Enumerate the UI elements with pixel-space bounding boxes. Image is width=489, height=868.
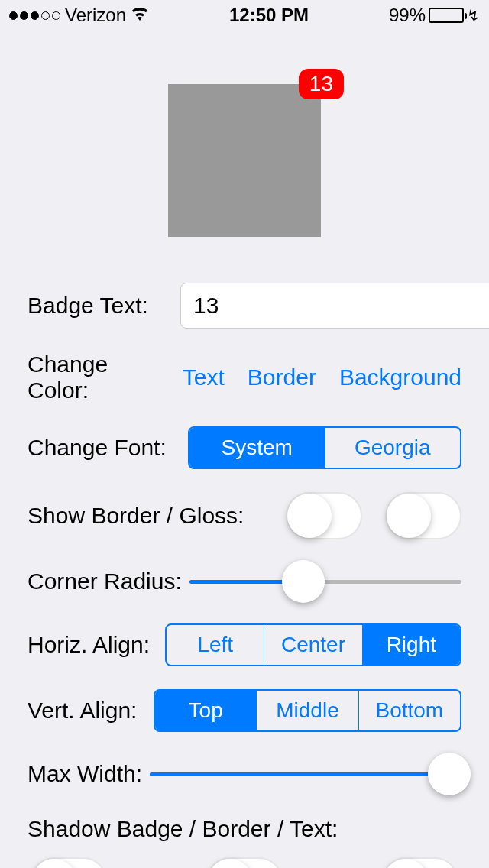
show-border-label: Show Border / Gloss:: [28, 503, 244, 529]
change-color-label: Change Color:: [28, 351, 172, 403]
badge-preview-box: 13: [168, 84, 321, 237]
change-font-row: Change Font: System Georgia: [28, 426, 461, 469]
status-right: 99% ↯: [389, 5, 480, 26]
shadow-label: Shadow Badge / Border / Text:: [28, 816, 338, 842]
show-border-row: Show Border / Gloss:: [28, 492, 461, 539]
badge: 13: [299, 69, 344, 99]
show-gloss-toggle[interactable]: [385, 492, 461, 539]
badge-text-row: Badge Text:: [28, 283, 461, 329]
wifi-icon: [131, 5, 149, 25]
vert-middle-option[interactable]: Middle: [257, 691, 358, 730]
color-links: Text Border Background: [183, 364, 461, 390]
color-border-link[interactable]: Border: [248, 364, 316, 390]
color-background-link[interactable]: Background: [339, 364, 461, 390]
horiz-align-segmented-control: Left Center Right: [165, 623, 461, 666]
vert-align-segmented-control: Top Middle Bottom: [154, 689, 461, 732]
badge-text-label: Badge Text:: [28, 293, 180, 319]
corner-radius-slider[interactable]: [189, 562, 461, 601]
status-left: Verizon: [9, 5, 149, 26]
change-font-label: Change Font:: [28, 435, 180, 461]
charging-icon: ↯: [467, 6, 480, 24]
form: Badge Text: Change Color: Text Border Ba…: [0, 283, 489, 868]
status-time: 12:50 PM: [229, 5, 309, 26]
color-text-link[interactable]: Text: [183, 364, 225, 390]
carrier-label: Verizon: [65, 5, 126, 26]
font-georgia-option[interactable]: Georgia: [325, 428, 461, 468]
show-border-toggle[interactable]: [286, 492, 362, 539]
vert-bottom-option[interactable]: Bottom: [359, 691, 460, 730]
corner-radius-row: Corner Radius:: [28, 562, 461, 601]
horiz-center-option[interactable]: Center: [264, 625, 362, 665]
badge-text-input[interactable]: [180, 283, 489, 329]
vert-top-option[interactable]: Top: [155, 691, 257, 730]
font-system-option[interactable]: System: [189, 428, 325, 468]
shadow-badge-toggle[interactable]: [31, 857, 107, 868]
font-segmented-control: System Georgia: [188, 426, 461, 469]
badge-preview-area: 13: [0, 31, 489, 283]
horiz-right-option[interactable]: Right: [363, 625, 460, 665]
battery-icon: [429, 8, 464, 23]
vert-align-row: Vert. Align: Top Middle Bottom: [28, 689, 461, 732]
max-width-label: Max Width:: [28, 761, 142, 787]
horiz-align-label: Horiz. Align:: [28, 632, 165, 658]
horiz-left-option[interactable]: Left: [167, 625, 264, 665]
horiz-align-row: Horiz. Align: Left Center Right: [28, 623, 461, 666]
shadow-toggles: [28, 857, 461, 868]
signal-strength-icon: [9, 11, 60, 20]
max-width-slider[interactable]: [150, 755, 461, 793]
shadow-label-row: Shadow Badge / Border / Text:: [28, 816, 461, 842]
vert-align-label: Vert. Align:: [28, 698, 154, 724]
change-color-row: Change Color: Text Border Background: [28, 351, 461, 403]
battery-percent: 99%: [389, 5, 426, 26]
shadow-text-toggle[interactable]: [382, 857, 458, 868]
status-bar: Verizon 12:50 PM 99% ↯: [0, 0, 489, 31]
max-width-row: Max Width:: [28, 755, 461, 793]
shadow-border-toggle[interactable]: [206, 857, 283, 868]
corner-radius-label: Corner Radius:: [28, 568, 182, 594]
